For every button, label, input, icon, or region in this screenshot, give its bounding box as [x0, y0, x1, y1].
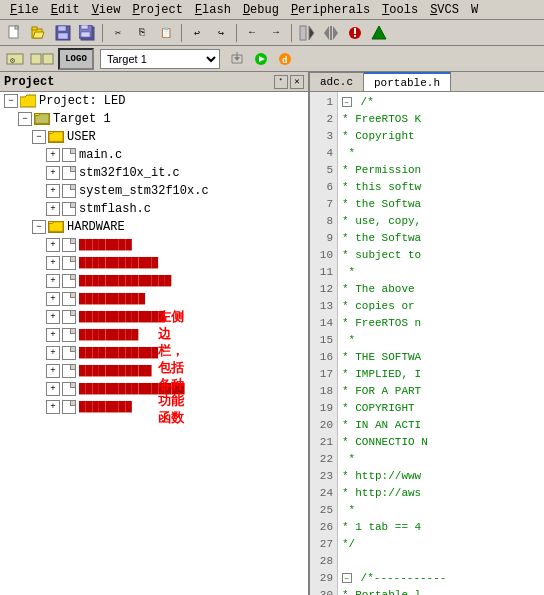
code-line-15: * — [342, 332, 540, 349]
expand-hardware[interactable]: − — [32, 220, 46, 234]
fold-1[interactable]: − — [342, 97, 352, 107]
linenum-29: 29 — [314, 570, 333, 587]
back-button[interactable]: ← — [241, 22, 263, 44]
tree-node-stmflash[interactable]: + stmflash.c — [0, 200, 308, 218]
load-btn[interactable] — [226, 48, 248, 70]
forward-button[interactable]: → — [265, 22, 287, 44]
toolbar1: ✂ ⎘ 📋 ↩ ↪ ← → — [0, 20, 544, 46]
undo-button[interactable]: ↩ — [186, 22, 208, 44]
tab-adc[interactable]: adc.c — [310, 72, 364, 91]
menu-edit[interactable]: Edit — [45, 2, 86, 18]
expand-hw5[interactable]: + — [46, 310, 60, 324]
tree-node-hardware[interactable]: − HARDWARE — [0, 218, 308, 236]
target-select[interactable]: Target 1 — [100, 49, 220, 69]
hw1-file-icon — [62, 238, 76, 252]
svg-marker-33 — [35, 114, 49, 124]
menu-peripherals[interactable]: Peripherals — [285, 2, 376, 18]
svg-marker-35 — [49, 222, 63, 232]
hw1-label: ████████ — [79, 239, 132, 251]
expand-hw3[interactable]: + — [46, 274, 60, 288]
hw10-label: ████████ — [79, 401, 132, 413]
save-button[interactable] — [52, 22, 74, 44]
menu-tools[interactable]: Tools — [376, 2, 424, 18]
expand-stmflash[interactable]: + — [46, 202, 60, 216]
hw10-file-icon — [62, 400, 76, 414]
tree-node-project[interactable]: − Project: LED — [0, 92, 308, 110]
t3-button[interactable] — [344, 22, 366, 44]
expand-hw4[interactable]: + — [46, 292, 60, 306]
menu-debug[interactable]: Debug — [237, 2, 285, 18]
code-line-16: * THE SOFTWA — [342, 349, 540, 366]
target1-label: Target 1 — [53, 112, 111, 126]
expand-hw8[interactable]: + — [46, 364, 60, 378]
code-area[interactable]: 1 2 3 4 5 6 7 8 9 10 11 12 13 14 15 16 1 — [310, 92, 544, 595]
paste-button[interactable]: 📋 — [155, 22, 177, 44]
tab-portable[interactable]: portable.h — [364, 72, 451, 91]
tree-node-target1[interactable]: − Target 1 — [0, 110, 308, 128]
expand-user[interactable]: − — [32, 130, 46, 144]
logo-btn[interactable]: LOGO — [58, 48, 94, 70]
tree-node-main[interactable]: + main.c — [0, 146, 308, 164]
new-button[interactable] — [4, 22, 26, 44]
menu-w[interactable]: W — [465, 2, 484, 18]
expand-main[interactable]: + — [46, 148, 60, 162]
tree-node-hw1[interactable]: + ████████ — [0, 236, 308, 254]
panel-header: Project ᐩ ✕ — [0, 72, 308, 92]
tree-node-hw2[interactable]: + ████████████ — [0, 254, 308, 272]
main-area: Project ᐩ ✕ − Project: LED − — [0, 72, 544, 595]
tree-node-hw8[interactable]: + ███████████ — [0, 362, 308, 380]
save-all-button[interactable] — [76, 22, 98, 44]
tree-node-hw7[interactable]: + ████████████ — [0, 344, 308, 362]
code-line-30: * Portable l — [342, 587, 540, 595]
expand-stm32it[interactable]: + — [46, 166, 60, 180]
expand-system[interactable]: + — [46, 184, 60, 198]
expand-hw9[interactable]: + — [46, 382, 60, 396]
tree-node-hw3[interactable]: + ██████████████ — [0, 272, 308, 290]
hw2-label: ████████████ — [79, 257, 158, 269]
tree-area[interactable]: − Project: LED − Target 1 − — [0, 92, 308, 595]
svg-rect-3 — [32, 27, 37, 30]
svg-rect-1 — [15, 26, 18, 29]
expand-project[interactable]: − — [4, 94, 18, 108]
debug-btn[interactable]: d — [274, 48, 296, 70]
rebuild-btn[interactable] — [28, 48, 56, 70]
expand-hw1[interactable]: + — [46, 238, 60, 252]
tree-node-hw4[interactable]: + ██████████ — [0, 290, 308, 308]
copy-button[interactable]: ⎘ — [131, 22, 153, 44]
panel-icons: ᐩ ✕ — [274, 75, 304, 89]
tree-node-stm32it[interactable]: + stm32f10x_it.c — [0, 164, 308, 182]
t2-button[interactable] — [320, 22, 342, 44]
t1-button[interactable] — [296, 22, 318, 44]
menu-svcs[interactable]: SVCS — [424, 2, 465, 18]
tree-node-hw9[interactable]: + ████████████████ — [0, 380, 308, 398]
expand-hw10[interactable]: + — [46, 400, 60, 414]
cut-button[interactable]: ✂ — [107, 22, 129, 44]
open-button[interactable] — [28, 22, 50, 44]
expand-hw7[interactable]: + — [46, 346, 60, 360]
menu-flash[interactable]: Flash — [189, 2, 237, 18]
code-content[interactable]: − /* * FreeRTOS K * Copyright * * Permis… — [338, 92, 544, 595]
expand-target1[interactable]: − — [18, 112, 32, 126]
tree-node-user[interactable]: − USER — [0, 128, 308, 146]
hw3-file-icon — [62, 274, 76, 288]
menu-file[interactable]: File — [4, 2, 45, 18]
fold-29[interactable]: − — [342, 573, 352, 583]
tree-node-system[interactable]: + system_stm32f10x.c — [0, 182, 308, 200]
menu-project[interactable]: Project — [126, 2, 188, 18]
tree-node-hw5[interactable]: + █████████████ — [0, 308, 308, 326]
build-btn[interactable]: ⚙ — [4, 48, 26, 70]
close-panel-button[interactable]: ✕ — [290, 75, 304, 89]
run-btn[interactable] — [250, 48, 272, 70]
tree-node-hw10[interactable]: + ████████ — [0, 398, 308, 416]
menu-view[interactable]: View — [86, 2, 127, 18]
expand-hw2[interactable]: + — [46, 256, 60, 270]
pin-button[interactable]: ᐩ — [274, 75, 288, 89]
tree-node-hw6[interactable]: + █████████ — [0, 326, 308, 344]
code-line-29: − /*----------- — [342, 570, 540, 587]
expand-hw6[interactable]: + — [46, 328, 60, 342]
line-numbers: 1 2 3 4 5 6 7 8 9 10 11 12 13 14 15 16 1 — [310, 92, 338, 595]
svg-rect-6 — [58, 26, 66, 31]
t4-button[interactable] — [368, 22, 390, 44]
redo-button[interactable]: ↪ — [210, 22, 232, 44]
linenum-5: 5 — [314, 162, 333, 179]
